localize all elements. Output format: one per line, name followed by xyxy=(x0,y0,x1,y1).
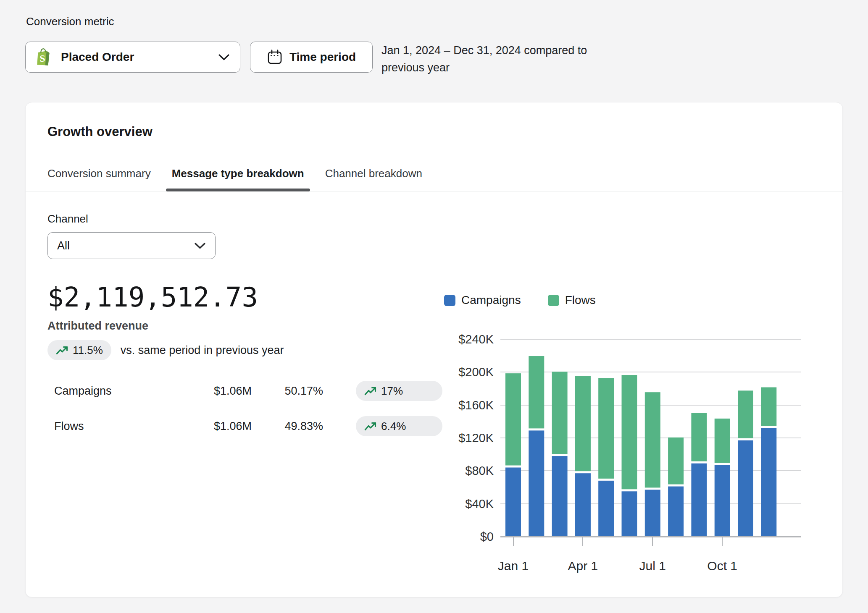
bar-segment-flows[interactable] xyxy=(645,392,660,487)
bar-segment-campaigns[interactable] xyxy=(529,430,544,537)
row-share: 50.17% xyxy=(252,385,323,398)
bar-segment-campaigns[interactable] xyxy=(505,468,521,537)
bar-segment-flows[interactable] xyxy=(505,373,521,465)
row-share: 49.83% xyxy=(252,420,323,433)
y-axis-label: $200K xyxy=(458,365,494,379)
breakdown-table: Campaigns $1.06M 50.17% 17% Flows $1.06M… xyxy=(47,379,442,438)
row-change-badge: 17% xyxy=(356,381,442,401)
chevron-down-icon xyxy=(194,242,206,249)
bar-segment-flows[interactable] xyxy=(691,413,707,461)
trend-up-icon xyxy=(364,422,377,431)
bar-segment-flows[interactable] xyxy=(761,387,776,426)
card-tabs: Conversion summary Message type breakdow… xyxy=(26,160,842,191)
conversion-metric-select[interactable]: S Placed Order xyxy=(25,42,240,73)
chevron-down-icon xyxy=(218,54,230,61)
y-axis-label: $80K xyxy=(465,464,494,477)
row-change-value: 6.4% xyxy=(381,420,406,433)
bar-segment-flows[interactable] xyxy=(738,390,753,438)
bar-segment-flows[interactable] xyxy=(529,356,544,428)
time-period-button[interactable]: Time period xyxy=(250,42,373,73)
channel-label: Channel xyxy=(47,212,442,225)
attributed-revenue-value: $2,119,512.73 xyxy=(47,282,442,313)
x-axis-label: Oct 1 xyxy=(707,559,737,573)
time-period-label: Time period xyxy=(289,50,356,64)
bar-segment-flows[interactable] xyxy=(622,375,637,489)
overall-change-value: 11.5% xyxy=(73,344,103,357)
legend-label: Flows xyxy=(565,293,596,307)
channel-select-value: All xyxy=(57,239,194,252)
growth-overview-card: Growth overview Conversion summary Messa… xyxy=(25,102,843,597)
conversion-metric-label: Conversion metric xyxy=(26,15,114,28)
chart-legend: Campaigns Flows xyxy=(442,293,811,307)
shopify-icon: S xyxy=(34,47,53,67)
row-change-badge: 6.4% xyxy=(356,416,442,436)
row-revenue: $1.06M xyxy=(180,420,252,433)
bar-segment-campaigns[interactable] xyxy=(691,464,707,537)
y-axis-label: $40K xyxy=(465,497,494,511)
y-axis-label: $240K xyxy=(458,333,494,346)
tab-conversion-summary[interactable]: Conversion summary xyxy=(42,160,157,191)
overall-change-row: 11.5% vs. same period in previous year xyxy=(47,340,442,360)
conversion-metric-value: Placed Order xyxy=(61,50,218,64)
bar-segment-campaigns[interactable] xyxy=(668,487,684,537)
legend-item-campaigns[interactable]: Campaigns xyxy=(444,293,521,307)
bar-segment-campaigns[interactable] xyxy=(715,465,730,537)
y-axis-label: $120K xyxy=(458,431,494,445)
bar-segment-flows[interactable] xyxy=(715,419,730,463)
stacked-bar-chart[interactable]: $0$40K$80K$120K$160K$200K$240KJan 1Apr 1… xyxy=(442,333,811,592)
legend-item-flows[interactable]: Flows xyxy=(548,293,596,307)
row-change-value: 17% xyxy=(381,385,403,398)
date-range-text: Jan 1, 2024 – Dec 31, 2024 compared to p… xyxy=(381,42,610,76)
table-row: Campaigns $1.06M 50.17% 17% xyxy=(47,379,442,403)
trend-up-icon xyxy=(364,386,377,396)
legend-label: Campaigns xyxy=(461,293,521,307)
y-axis-label: $0 xyxy=(480,530,494,543)
metric-panel: Channel All $2,119,512.73 Attributed rev… xyxy=(47,212,442,449)
flows-swatch xyxy=(548,295,559,306)
bar-segment-campaigns[interactable] xyxy=(761,428,776,537)
row-label: Flows xyxy=(54,420,180,433)
channel-select[interactable]: All xyxy=(47,232,216,259)
card-title: Growth overview xyxy=(47,124,153,139)
comparison-text: vs. same period in previous year xyxy=(121,344,284,357)
row-revenue: $1.06M xyxy=(180,385,252,398)
bar-segment-campaigns[interactable] xyxy=(645,490,660,537)
campaigns-swatch xyxy=(444,295,455,306)
overall-change-badge: 11.5% xyxy=(47,340,111,360)
svg-text:S: S xyxy=(39,53,45,64)
bar-segment-campaigns[interactable] xyxy=(622,491,637,537)
table-row: Flows $1.06M 49.83% 6.4% xyxy=(47,414,442,438)
revenue-chart-panel: Campaigns Flows $0$40K$80K$120K$160K$200… xyxy=(442,293,811,307)
attributed-revenue-label: Attributed revenue xyxy=(47,320,442,333)
bar-segment-campaigns[interactable] xyxy=(552,456,568,537)
x-axis-label: Jan 1 xyxy=(498,559,529,573)
row-label: Campaigns xyxy=(54,385,180,398)
y-axis-label: $160K xyxy=(458,398,494,412)
bar-segment-flows[interactable] xyxy=(668,437,684,485)
calendar-icon xyxy=(267,49,283,65)
x-axis-label: Apr 1 xyxy=(568,559,598,573)
bar-segment-campaigns[interactable] xyxy=(575,473,591,537)
bar-segment-campaigns[interactable] xyxy=(738,440,753,537)
bar-segment-flows[interactable] xyxy=(598,378,614,479)
bar-segment-flows[interactable] xyxy=(575,376,591,471)
x-axis-label: Jul 1 xyxy=(639,559,666,573)
bar-segment-campaigns[interactable] xyxy=(598,481,614,537)
dashboard-page: Conversion metric S Placed Order Time pe… xyxy=(0,0,868,613)
bar-segment-flows[interactable] xyxy=(552,372,568,454)
trend-up-icon xyxy=(56,346,68,355)
tab-message-type-breakdown[interactable]: Message type breakdown xyxy=(166,160,310,191)
tab-channel-breakdown[interactable]: Channel breakdown xyxy=(319,160,428,191)
